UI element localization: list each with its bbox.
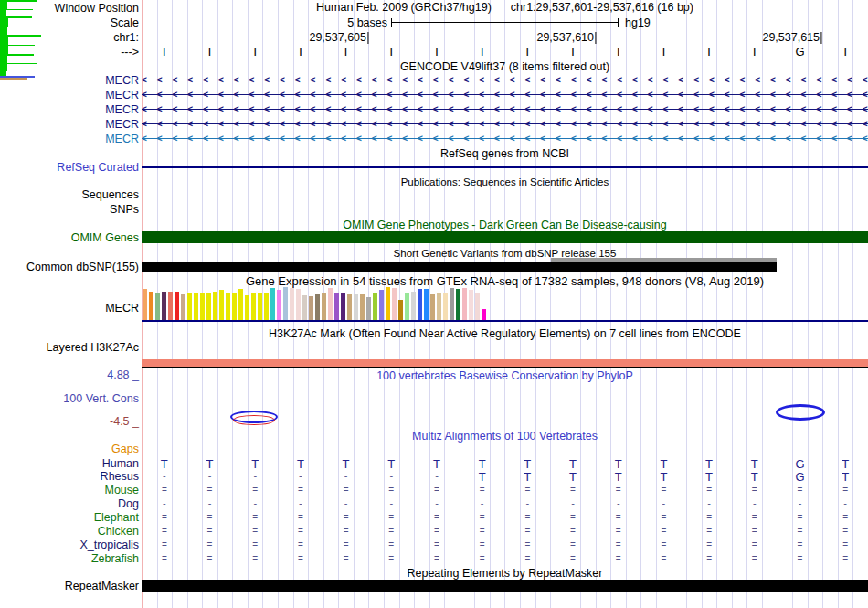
gtex-tissue-bar[interactable] xyxy=(143,289,147,320)
gtex-tissue-bar[interactable] xyxy=(232,293,237,320)
left-label-refseq-curated[interactable]: RefSeq Curated xyxy=(0,161,139,174)
h3k27ac-signal-bar[interactable] xyxy=(142,359,868,367)
left-label-gaps[interactable]: Gaps xyxy=(0,443,139,455)
left-label-zebrafish[interactable]: Zebrafish xyxy=(0,552,139,565)
left-label-mecr-4[interactable]: MECR xyxy=(0,118,139,131)
left-label-vert-cons[interactable]: 100 Vert. Cons xyxy=(0,392,139,405)
gtex-tissue-bar[interactable] xyxy=(315,294,320,320)
left-label-scale[interactable]: Scale xyxy=(0,16,139,29)
gtex-tissue-bar[interactable] xyxy=(187,293,192,320)
gtex-tissue-bar[interactable] xyxy=(341,293,345,320)
alignment-row-elephant[interactable]: ================ xyxy=(142,511,868,525)
left-label-phylop-min[interactable]: -4.5 _ xyxy=(0,415,139,428)
left-label-chicken[interactable]: Chicken xyxy=(0,525,139,538)
gtex-tissue-bar[interactable] xyxy=(206,293,211,320)
left-label-rhesus[interactable]: Rhesus xyxy=(0,470,139,483)
gtex-tissue-bar[interactable] xyxy=(226,293,230,320)
left-label-chr1[interactable]: chr1: xyxy=(0,31,139,44)
left-label-x-tropicalis[interactable]: X_tropicalis xyxy=(0,539,139,551)
gtex-tissue-bar[interactable] xyxy=(462,288,467,320)
gencode-transcript-3[interactable]: <<<<<<<<<<<<<<<<<<<<<<<<<<<<<<<<<<<<<<<<… xyxy=(142,104,868,115)
left-label-common-dbsnp[interactable]: Common dbSNP(155) xyxy=(0,261,139,273)
left-label-snps[interactable]: SNPs xyxy=(0,203,139,216)
gtex-tissue-bar[interactable] xyxy=(398,300,403,320)
gtex-tissue-bar[interactable] xyxy=(418,289,422,320)
left-label-mecr-gtex[interactable]: MECR xyxy=(0,302,139,315)
gtex-tissue-bar[interactable] xyxy=(181,294,185,320)
gtex-tissue-bar[interactable] xyxy=(149,292,153,320)
refseq-curated-gene-bar[interactable] xyxy=(142,166,868,168)
gtex-tissue-bar[interactable] xyxy=(366,297,371,320)
gencode-transcript-4[interactable]: <<<<<<<<<<<<<<<<<<<<<<<<<<<<<<<<<<<<<<<<… xyxy=(142,119,868,130)
left-label-repeatmasker[interactable]: RepeatMasker xyxy=(0,580,139,592)
gtex-tissue-bar[interactable] xyxy=(482,309,486,320)
alignment-row-rhesus[interactable]: -------TTTTTTTGT xyxy=(142,470,868,484)
gtex-tissue-bar[interactable] xyxy=(443,293,448,320)
gtex-tissue-bar[interactable] xyxy=(155,293,160,320)
gencode-transcript-5[interactable]: <<<<<<<<<<<<<<<<<<<<<<<<<<<<<<<<<<<<<<<<… xyxy=(142,133,868,144)
gtex-tissue-bar[interactable] xyxy=(213,292,217,320)
gtex-tissue-bar[interactable] xyxy=(162,292,166,320)
gtex-tissue-bar[interactable] xyxy=(264,293,269,320)
gtex-tissue-bar[interactable] xyxy=(360,294,365,320)
alignment-row-x-tropicalis[interactable]: ================ xyxy=(142,539,868,552)
left-label-omim-genes[interactable]: OMIM Genes xyxy=(0,231,139,244)
repeatmasker-element-bar[interactable] xyxy=(142,580,868,592)
left-label-strand[interactable]: ---> xyxy=(0,46,139,59)
gtex-tissue-bar[interactable] xyxy=(283,287,288,320)
gtex-tissue-bar[interactable] xyxy=(437,293,441,320)
gtex-tissue-bar[interactable] xyxy=(347,294,352,320)
gtex-tissue-bar[interactable] xyxy=(219,290,224,320)
gtex-tissue-bar[interactable] xyxy=(245,295,249,320)
gtex-tissue-bar[interactable] xyxy=(322,293,326,320)
left-label-phylop-max[interactable]: 4.88 _ xyxy=(0,368,139,381)
gtex-tissue-bar[interactable] xyxy=(405,293,409,320)
gtex-tissue-bar[interactable] xyxy=(238,289,243,320)
gtex-tissue-bar[interactable] xyxy=(475,293,480,320)
gtex-tissue-bar[interactable] xyxy=(258,293,262,320)
left-label-mouse[interactable]: Mouse xyxy=(0,484,139,496)
gtex-tissue-bar[interactable] xyxy=(411,292,416,320)
gtex-tissue-bar[interactable] xyxy=(194,293,198,320)
gtex-tissue-bar[interactable] xyxy=(290,288,294,320)
alignment-row-zebrafish[interactable]: ================ xyxy=(142,552,868,566)
left-label-mecr-5[interactable]: MECR xyxy=(0,133,139,145)
left-label-human[interactable]: Human xyxy=(0,457,139,470)
gtex-tissue-bar[interactable] xyxy=(456,289,460,320)
gencode-transcript-1[interactable]: <<<<<<<<<<<<<<<<<<<<<<<<<<<<<<<<<<<<<<<<… xyxy=(142,75,868,86)
gtex-tissue-bar[interactable] xyxy=(354,294,358,320)
gtex-tissue-bar[interactable] xyxy=(379,290,384,320)
gtex-tissue-bar[interactable] xyxy=(200,293,205,320)
gtex-tissue-bar[interactable] xyxy=(251,293,256,320)
gtex-tissue-bar[interactable] xyxy=(430,294,435,320)
gtex-tissue-bar[interactable] xyxy=(392,288,397,320)
gtex-tissue-bar[interactable] xyxy=(302,295,307,320)
gtex-tissue-bar[interactable] xyxy=(309,296,313,320)
alignment-row-dog[interactable]: ---------------- xyxy=(142,497,868,511)
left-label-sequences[interactable]: Sequences xyxy=(0,188,139,201)
left-label-mecr-1[interactable]: MECR xyxy=(0,74,139,87)
gtex-tissue-bar[interactable] xyxy=(175,292,179,320)
gtex-tissue-bar[interactable] xyxy=(373,293,377,320)
alignment-row-mouse[interactable]: ================ xyxy=(142,484,868,497)
gtex-tissue-bar[interactable] xyxy=(296,289,301,320)
omim-gene-bar[interactable] xyxy=(142,231,868,243)
gtex-tissue-bar[interactable] xyxy=(450,288,454,320)
dbsnp-variant-bar-black[interactable] xyxy=(142,262,777,272)
gencode-transcript-2[interactable]: <<<<<<<<<<<<<<<<<<<<<<<<<<<<<<<<<<<<<<<<… xyxy=(142,90,868,101)
left-label-elephant[interactable]: Elephant xyxy=(0,511,139,524)
gtex-tissue-bar[interactable] xyxy=(328,288,333,320)
gtex-tissue-bar[interactable] xyxy=(168,292,173,320)
left-label-layered-h3k27ac[interactable]: Layered H3K27Ac xyxy=(0,341,139,354)
gtex-tissue-bar[interactable] xyxy=(277,290,281,320)
left-label-mecr-3[interactable]: MECR xyxy=(0,103,139,116)
alignment-row-chicken[interactable]: ================ xyxy=(142,525,868,539)
left-label-mecr-2[interactable]: MECR xyxy=(0,89,139,101)
gtex-tissue-bar[interactable] xyxy=(386,287,390,320)
gtex-tissue-bar[interactable] xyxy=(270,288,275,320)
left-label-dog[interactable]: Dog xyxy=(0,497,139,510)
gtex-expression-barchart[interactable] xyxy=(142,287,868,320)
gtex-tissue-bar[interactable] xyxy=(424,289,429,320)
gtex-tissue-bar[interactable] xyxy=(469,290,473,320)
gtex-tissue-bar[interactable] xyxy=(334,293,339,320)
